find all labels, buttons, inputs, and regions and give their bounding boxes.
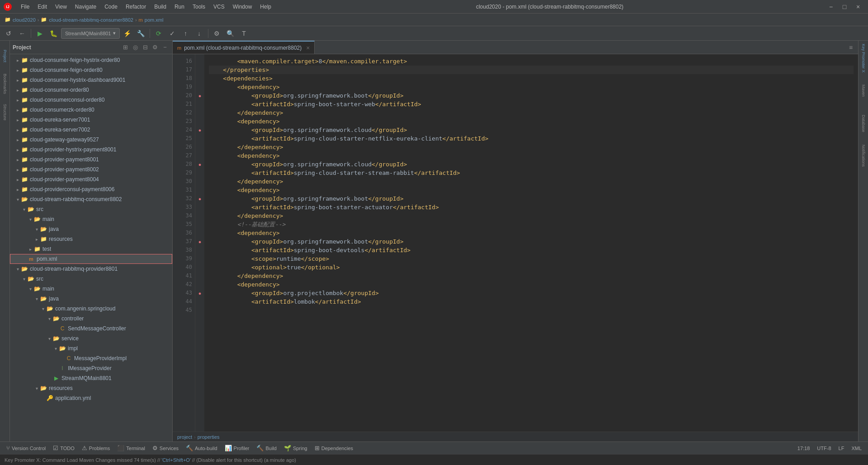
menu-window[interactable]: Window: [229, 3, 256, 11]
spring-panel[interactable]: 🌱 Spring: [281, 443, 310, 453]
menu-file[interactable]: File: [17, 3, 33, 11]
build-panel[interactable]: 🔨 Build: [254, 443, 279, 453]
list-item[interactable]: 📂 java: [10, 294, 172, 304]
project-close-icon[interactable]: −: [160, 43, 170, 52]
line-ending-selector[interactable]: LF: [836, 443, 847, 453]
database-panel[interactable]: Database: [859, 108, 868, 139]
search-button[interactable]: 🔍: [225, 28, 236, 39]
profile-button[interactable]: 🔧: [135, 28, 147, 39]
structure-sidebar-toggle[interactable]: Structure: [1, 99, 9, 126]
list-item[interactable]: 📂 main: [10, 284, 172, 294]
list-item[interactable]: 📁 cloud-provider-hystrix-payment8001: [10, 145, 172, 155]
code-editor[interactable]: <maven.compiler.target>8</maven.compiler…: [204, 54, 858, 432]
project-collapse-icon[interactable]: ⊟: [141, 43, 150, 52]
list-item[interactable]: C MessageProviderImpl: [10, 353, 172, 363]
list-item[interactable]: 📁 cloud-consumer-feign-order80: [10, 65, 172, 75]
project-layout-icon[interactable]: ⊞: [121, 43, 130, 52]
list-item[interactable]: 📁 resources: [10, 234, 172, 244]
menu-refactor[interactable]: Refactor: [122, 3, 150, 11]
todo-panel[interactable]: ☑ TODO: [50, 443, 77, 453]
list-item[interactable]: 📂 resources: [10, 383, 172, 393]
editor-breadcrumb-properties[interactable]: properties: [198, 434, 220, 440]
breadcrumb-file[interactable]: pom.xml: [145, 17, 164, 23]
list-item[interactable]: 📁 cloud-provider-payment8002: [10, 164, 172, 174]
run-button[interactable]: ▶: [34, 28, 46, 39]
list-item[interactable]: 📁 cloud-providerconsul-payment8006: [10, 184, 172, 194]
services-panel[interactable]: ⚙ Services: [150, 443, 181, 453]
key-promoter-panel[interactable]: Key Promoter X: [859, 42, 868, 74]
menu-navigate[interactable]: Navigate: [71, 3, 100, 11]
list-item[interactable]: 📁 cloud-consumerzk-order80: [10, 105, 172, 115]
maximize-button[interactable]: □: [838, 2, 851, 11]
todo-label: TODO: [60, 446, 75, 451]
menu-run[interactable]: Run: [171, 3, 188, 11]
translate-button[interactable]: T: [238, 28, 250, 39]
encoding-selector[interactable]: UTF-8: [814, 443, 834, 453]
list-item[interactable]: 📂 cloud-stream-rabbitmq-consumer8802: [10, 194, 172, 204]
list-item[interactable]: 🔑 application.yml: [10, 393, 172, 403]
list-item[interactable]: 📂 java: [10, 224, 172, 234]
list-item[interactable]: 📁 cloud-consumer-hystrix-dashboard9001: [10, 75, 172, 85]
language-selector[interactable]: XML: [849, 443, 864, 453]
commit-button[interactable]: ✓: [166, 28, 178, 39]
menu-vcs[interactable]: VCS: [210, 3, 228, 11]
list-item[interactable]: 📁 cloud-consumer-order80: [10, 85, 172, 95]
list-item[interactable]: 📂 src: [10, 204, 172, 214]
bookmarks-sidebar-toggle[interactable]: Bookmarks: [1, 70, 9, 98]
pull-button[interactable]: ↓: [193, 28, 205, 39]
close-button[interactable]: ×: [852, 2, 864, 11]
recent-files-button[interactable]: ≡: [846, 43, 855, 52]
menu-build[interactable]: Build: [151, 3, 170, 11]
breadcrumb-module[interactable]: cloud-stream-rabbitmq-consumer8802: [49, 17, 133, 23]
menu-tools[interactable]: Tools: [189, 3, 209, 11]
list-item[interactable]: 📁 cloud-eureka-server7001: [10, 115, 172, 125]
menu-code[interactable]: Code: [101, 3, 121, 11]
list-item[interactable]: 📁 cloud-provider-payment8001: [10, 155, 172, 164]
run-config-selector[interactable]: StreamMQMain8801 ▾: [61, 28, 120, 39]
settings-button[interactable]: ⚙: [211, 28, 223, 39]
pom-xml-item[interactable]: m pom.xml: [10, 254, 172, 264]
terminal-panel[interactable]: ⬛ Terminal: [114, 443, 148, 453]
sync-button[interactable]: ↺: [3, 28, 14, 39]
list-item[interactable]: 📂 src: [10, 274, 172, 284]
list-item[interactable]: 📂 cloud-stream-rabbitmq-provider8801: [10, 264, 172, 274]
version-control-panel[interactable]: ⑂ Version Control: [4, 443, 48, 453]
tab-close-button[interactable]: ×: [306, 44, 310, 52]
dependencies-panel[interactable]: ⊞ Dependencies: [312, 443, 356, 453]
problems-panel[interactable]: ⚠ Problems: [79, 443, 113, 453]
list-item[interactable]: 📂 service: [10, 333, 172, 343]
project-settings-icon[interactable]: ⚙: [151, 43, 160, 52]
list-item[interactable]: 📂 main: [10, 214, 172, 224]
auto-build-panel[interactable]: 🔨 Auto-build: [183, 443, 220, 453]
list-item[interactable]: I IMessageProvider: [10, 363, 172, 373]
menu-edit[interactable]: Edit: [34, 3, 51, 11]
list-item[interactable]: 📂 impl: [10, 343, 172, 353]
list-item[interactable]: 📁 cloud-eureka-server7002: [10, 125, 172, 135]
editor-breadcrumb-project[interactable]: project: [177, 434, 192, 440]
push-button[interactable]: ↑: [180, 28, 192, 39]
project-sidebar-toggle[interactable]: Project: [1, 42, 9, 70]
list-item[interactable]: 📁 cloud-consumer-feign-hystrix-order80: [10, 55, 172, 65]
list-item[interactable]: 📂 controller: [10, 314, 172, 324]
list-item[interactable]: ▶ StreamMQMain8801: [10, 373, 172, 383]
editor-tab-pom[interactable]: m pom.xml (cloud-stream-rabbitmq-consume…: [173, 41, 315, 54]
coverage-button[interactable]: ⚡: [122, 28, 133, 39]
update-button[interactable]: ⟳: [153, 28, 165, 39]
minimize-button[interactable]: −: [825, 2, 837, 11]
list-item[interactable]: 📁 cloud-gateway-gateway9527: [10, 135, 172, 145]
list-item[interactable]: C SendMessageController: [10, 324, 172, 333]
list-item[interactable]: 📂 com.angenin.springcloud: [10, 304, 172, 314]
menu-help[interactable]: Help: [256, 3, 275, 11]
list-item[interactable]: 📁 cloud-consumerconsul-order80: [10, 95, 172, 105]
menu-view[interactable]: View: [52, 3, 71, 11]
list-item[interactable]: 📁 cloud-provider-payment8004: [10, 174, 172, 184]
back-button[interactable]: ←: [16, 28, 28, 39]
maven-panel[interactable]: Maven: [859, 75, 868, 107]
breadcrumb-root[interactable]: cloud2020: [13, 17, 36, 23]
list-item[interactable]: 📁 test: [10, 244, 172, 254]
notifications-panel[interactable]: Notifications: [859, 140, 868, 172]
cursor-position[interactable]: 17:18: [795, 443, 813, 453]
debug-button[interactable]: 🐛: [47, 28, 59, 39]
project-scroll-to-icon[interactable]: ◎: [131, 43, 140, 52]
profiler-panel[interactable]: 📊 Profiler: [222, 443, 252, 453]
